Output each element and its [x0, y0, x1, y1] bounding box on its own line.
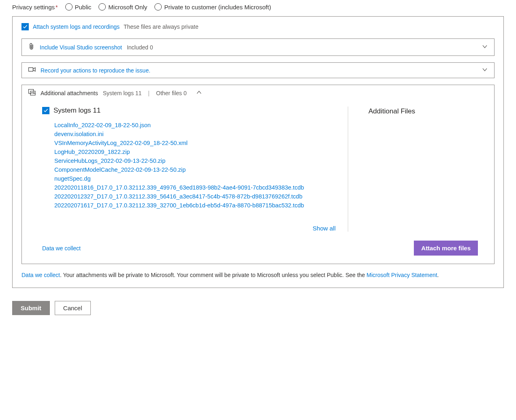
- record-actions-row[interactable]: Record your actions to reproduce the iss…: [21, 62, 495, 78]
- privacy-footer-segment-2: .: [437, 272, 439, 278]
- additional-attachments-header[interactable]: Additional attachments System logs 11 | …: [22, 85, 494, 101]
- include-screenshot-label: Include Visual Studio screenshot: [40, 44, 122, 51]
- data-we-collect-link-2[interactable]: Data we collect: [21, 272, 60, 278]
- radio-private-customer-label: Private to customer (includes Microsoft): [164, 4, 271, 11]
- radio-microsoft-only-label: Microsoft Only: [108, 4, 147, 11]
- syslogs-count: System logs 11: [103, 90, 142, 96]
- file-item[interactable]: 202202071617_D17.0_17.0.32112.339_32700_…: [54, 202, 336, 209]
- radio-icon: [98, 3, 106, 11]
- radio-private-customer[interactable]: Private to customer (includes Microsoft): [154, 3, 271, 11]
- checkmark-icon: [43, 108, 48, 113]
- form-buttons-row: Submit Cancel: [12, 301, 504, 315]
- attachments-footer-row: Data we collect Attach more files: [22, 237, 494, 264]
- paperclip-icon: [28, 43, 35, 51]
- submit-button[interactable]: Submit: [12, 301, 50, 315]
- separator: |: [148, 90, 150, 96]
- file-item[interactable]: LogHub_20220209_1822.zip: [54, 149, 336, 155]
- additional-files-title: Additional Files: [368, 107, 478, 115]
- privacy-footer-text: Data we collect. Your attachments will b…: [21, 271, 495, 280]
- privacy-settings-row: Privacy settings* Public Microsoft Only …: [12, 3, 504, 11]
- privacy-settings-label: Privacy settings*: [12, 4, 58, 11]
- other-files-count: Other files 0: [156, 90, 186, 96]
- file-item[interactable]: 202202012327_D17.0_17.0.32112.339_56416_…: [54, 193, 336, 200]
- radio-icon: [154, 3, 162, 11]
- show-all-link[interactable]: Show all: [313, 225, 336, 232]
- video-camera-icon: [28, 67, 36, 74]
- chevron-down-icon: [482, 44, 488, 51]
- record-actions-label: Record your actions to reproduce the iss…: [41, 67, 150, 74]
- additional-files-column: Additional Files: [364, 107, 478, 232]
- additional-attachments-label: Additional attachments: [41, 90, 98, 96]
- attach-system-logs-label[interactable]: Attach system logs and recordings: [33, 23, 120, 30]
- radio-public[interactable]: Public: [65, 3, 92, 11]
- attach-system-logs-row: Attach system logs and recordings These …: [21, 23, 495, 30]
- system-logs-title-row: System logs 11: [42, 107, 336, 115]
- file-item[interactable]: nugetSpec.dg: [54, 175, 336, 182]
- file-item[interactable]: devenv.isolation.ini: [54, 131, 336, 137]
- attach-system-logs-checkbox[interactable]: [21, 23, 29, 30]
- privacy-statement-link[interactable]: Microsoft Privacy Statement: [366, 272, 437, 278]
- file-item[interactable]: ComponentModelCache_2022-02-09-13-22-50.…: [54, 166, 336, 173]
- include-screenshot-row[interactable]: Include Visual Studio screenshot Include…: [21, 38, 495, 56]
- svg-point-3: [33, 92, 34, 93]
- system-logs-checkbox[interactable]: [42, 107, 49, 114]
- radio-microsoft-only[interactable]: Microsoft Only: [98, 3, 147, 11]
- system-logs-column: System logs 11 LocalInfo_2022-02-09_18-2…: [42, 107, 348, 232]
- chevron-down-icon: [482, 67, 488, 74]
- additional-attachments-body: System logs 11 LocalInfo_2022-02-09_18-2…: [22, 101, 494, 237]
- system-logs-file-list: LocalInfo_2022-02-09_18-22-50.json deven…: [54, 122, 336, 209]
- cancel-button[interactable]: Cancel: [55, 301, 91, 315]
- file-item[interactable]: ServiceHubLogs_2022-02-09-13-22-50.zip: [54, 158, 336, 164]
- attach-system-logs-hint: These files are always private: [124, 23, 198, 30]
- system-logs-title: System logs 11: [54, 107, 101, 115]
- include-screenshot-status: Included 0: [127, 44, 153, 51]
- attachments-icon: [28, 89, 36, 97]
- svg-rect-0: [29, 68, 33, 71]
- file-item[interactable]: 202202011816_D17.0_17.0.32112.339_49976_…: [54, 184, 336, 191]
- data-we-collect-link[interactable]: Data we collect: [42, 245, 81, 252]
- checkmark-icon: [23, 24, 28, 29]
- radio-public-label: Public: [75, 4, 92, 11]
- privacy-footer-segment-1: . Your attachments will be private to Mi…: [60, 272, 366, 278]
- attach-more-files-button[interactable]: Attach more files: [414, 241, 478, 256]
- radio-icon: [65, 3, 73, 11]
- file-item[interactable]: LocalInfo_2022-02-09_18-22-50.json: [54, 122, 336, 128]
- file-item[interactable]: VSInMemoryActivityLog_2022-02-09_18-22-5…: [54, 140, 336, 146]
- attach-panel: Attach system logs and recordings These …: [12, 16, 504, 288]
- chevron-up-icon: [196, 90, 202, 96]
- additional-attachments-section: Additional attachments System logs 11 | …: [21, 85, 495, 264]
